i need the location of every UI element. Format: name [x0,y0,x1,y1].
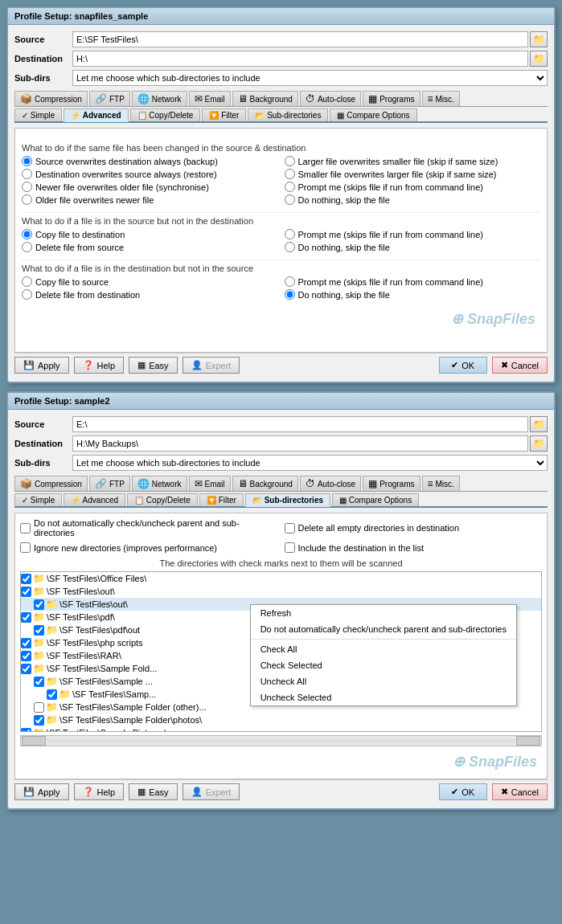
expert-button-1[interactable]: 👤 Expert [183,357,240,374]
tab-compression[interactable]: 📦Compression [14,91,88,106]
radio-dest-overwrites[interactable] [22,169,32,179]
tab-filter-2[interactable]: 🔽 Filter [199,493,244,506]
tree-checkbox[interactable] [34,702,44,713]
source-browse-button[interactable]: 📁 [530,31,548,47]
easy-button-2[interactable]: ▦ Easy [129,783,177,800]
context-refresh[interactable]: Refresh [251,605,516,621]
radio-larger-overwrites[interactable] [285,156,295,166]
tab-subdirectories[interactable]: 📂 Sub-directories [248,108,328,121]
radio-source-overwrites[interactable] [22,156,32,166]
tab-network-2[interactable]: 🌐Network [132,476,187,491]
tree-checkbox[interactable] [34,599,44,610]
subdirs-panel: Do not automatically check/uncheck paren… [14,513,548,779]
radio-delete-from-dest[interactable] [22,289,32,300]
source-input-2[interactable] [72,416,528,432]
cb-no-auto-check[interactable] [20,523,31,534]
tab-compression-2[interactable]: 📦Compression [14,476,88,491]
context-check-selected[interactable]: Check Selected [251,657,516,673]
tab-compareoptions[interactable]: ▦ Compare Options [330,108,416,121]
tab-autoclose[interactable]: ⏱Auto-close [300,91,361,106]
tree-checkbox[interactable] [21,574,31,584]
radio-donothing-s2[interactable] [285,242,295,252]
tree-item[interactable]: 📁 \SF TestFiles\Sample Folder\photos\ [21,713,541,726]
tab-advanced-2[interactable]: ⚡ Advanced [64,493,125,506]
tab-compareoptions-2[interactable]: ▦ Compare Options [332,493,419,506]
tab-advanced[interactable]: ⚡ Advanced [64,108,128,122]
context-no-auto-check[interactable]: Do not automatically check/uncheck paren… [251,621,516,637]
tab-background[interactable]: 🖥Background [232,91,298,106]
tab-programs-2[interactable]: ▦Programs [363,476,420,491]
subdirs-select[interactable]: Let me choose which sub-directories to i… [72,70,548,86]
tab-programs[interactable]: ▦Programs [363,91,420,106]
tab-simple[interactable]: ✓ Simple [14,108,62,121]
tree-item[interactable]: 📁 \SF TestFiles\Sample Pictures\ [21,726,541,732]
radio-prompt-s3[interactable] [285,276,295,287]
help-button-2[interactable]: ❓ Help [74,783,125,800]
tree-checkbox[interactable] [34,625,44,636]
scrollbar-thumb-left[interactable] [22,736,46,746]
tree-checkbox[interactable] [47,689,57,700]
destination-browse-button[interactable]: 📁 [530,51,548,67]
tab-subdirectories-2[interactable]: 📂 Sub-directories [245,493,330,507]
tree-checkbox[interactable] [34,715,44,726]
context-uncheck-all[interactable]: Uncheck All [251,673,516,689]
tree-checkbox[interactable] [21,651,31,661]
radio-donothing-s1[interactable] [285,194,295,205]
directory-tree[interactable]: 📁 \SF TestFiles\Office Files\ 📁 \SF Test… [20,571,542,732]
radio-donothing-s3[interactable] [285,289,295,300]
tab-filter[interactable]: 🔽 Filter [202,108,246,121]
radio-delete-from-source[interactable] [22,242,32,252]
cb-ignore-new[interactable] [20,542,31,553]
tab-email[interactable]: ✉Email [189,91,231,106]
help-button-1[interactable]: ❓ Help [74,357,125,374]
source-browse-button-2[interactable]: 📁 [530,416,548,432]
source-input[interactable] [72,31,528,47]
radio-copy-to-source[interactable] [22,276,32,287]
tab-autoclose-2[interactable]: ⏱Auto-close [300,476,361,491]
tab-ftp-2[interactable]: 🔗FTP [89,476,130,491]
destination-browse-button-2[interactable]: 📁 [530,435,548,452]
horizontal-scrollbar[interactable] [20,735,542,746]
radio-copy-to-dest[interactable] [22,229,32,239]
tab-misc[interactable]: ≡Misc. [422,91,460,106]
radio-prompt-s2[interactable] [285,229,295,239]
tree-checkbox[interactable] [21,638,31,648]
radio-prompt-s1[interactable] [285,182,295,192]
destination-input-2[interactable] [72,435,528,452]
tree-checkbox[interactable] [21,587,31,597]
radio-smaller-overwrites[interactable] [285,169,295,179]
tab-network[interactable]: 🌐Network [132,91,187,106]
ok-button-1[interactable]: ✔ OK [439,357,487,374]
tab-background-2[interactable]: 🖥Background [232,476,298,491]
context-check-all[interactable]: Check All [251,641,516,657]
tree-checkbox[interactable] [21,664,31,674]
tab-email-2[interactable]: ✉Email [189,476,231,491]
cancel-button-1[interactable]: ✖ Cancel [492,357,548,374]
tree-checkbox[interactable] [21,612,31,623]
tab-misc-2[interactable]: ≡Misc. [422,476,460,491]
tab-copydelete[interactable]: 📋 Copy/Delete [130,108,201,121]
easy-button-1[interactable]: ▦ Easy [129,357,177,374]
cb-delete-empty[interactable] [285,523,295,534]
apply-button-1[interactable]: 💾 Apply [14,357,69,374]
scrollbar-thumb-right[interactable] [516,736,540,746]
tab-ftp[interactable]: 🔗FTP [89,91,130,106]
cb-include-dest[interactable] [285,542,295,553]
tree-checkbox[interactable] [34,677,44,687]
subdirs-select-2[interactable]: Let me choose which sub-directories to i… [72,455,548,471]
radio-newer-overwrites[interactable] [22,182,32,192]
tree-checkbox[interactable] [21,728,31,733]
expert-button-2[interactable]: 👤 Expert [183,783,240,800]
tab-simple-2[interactable]: ✓ Simple [14,493,62,506]
context-uncheck-selected[interactable]: Uncheck Selected [251,689,516,705]
destination-input[interactable] [72,51,528,67]
section2-right: Prompt me (skips file if run from comman… [285,229,541,255]
source-row: Source 📁 [14,31,548,47]
tree-item[interactable]: 📁 \SF TestFiles\Office Files\ [21,572,541,585]
ok-button-2[interactable]: ✔ OK [439,783,487,800]
cancel-button-2[interactable]: ✖ Cancel [492,783,548,800]
radio-older-overwrites[interactable] [22,194,32,205]
apply-button-2[interactable]: 💾 Apply [14,783,69,800]
tree-item[interactable]: 📁 \SF TestFiles\out\ [21,585,541,598]
tab-copydelete-2[interactable]: 📋 Copy/Delete [127,493,198,506]
